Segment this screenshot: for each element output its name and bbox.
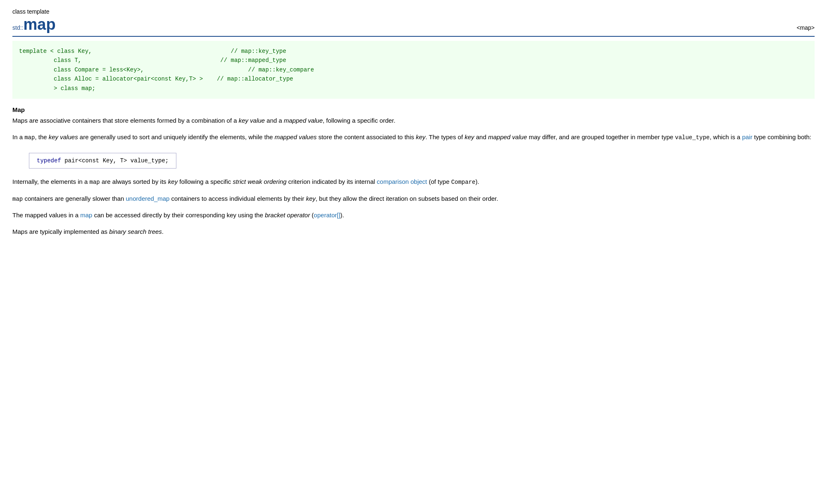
code-comment3: // map::key_compare: [248, 67, 314, 73]
code-line4: class Alloc = allocator<pair<const Key,T…: [19, 76, 203, 82]
code-comment1: // map::key_type: [231, 48, 286, 55]
code-line2: class T,: [19, 57, 81, 64]
title-section: std::map <map>: [12, 16, 815, 37]
typedef-text: pair<const Key, T> value_type;: [61, 157, 169, 164]
map-title: map: [23, 16, 55, 33]
pair-link[interactable]: pair: [742, 133, 752, 140]
code-line1: template < class Key,: [19, 48, 92, 55]
page-title: std::map: [12, 16, 56, 33]
paragraph-1: Maps are associative containers that sto…: [12, 116, 815, 126]
typedef-code-box: typedef pair<const Key, T> value_type;: [29, 153, 176, 169]
comparison-object-link[interactable]: comparison object: [377, 178, 427, 185]
paragraph-2: In a map, the key values are generally u…: [12, 132, 815, 142]
section-heading: Map: [12, 106, 815, 113]
paragraph-5: The mapped values in a map can be access…: [12, 210, 815, 220]
paragraph-6: Maps are typically implemented as binary…: [12, 227, 815, 237]
paragraph-3: Internally, the elements in a map are al…: [12, 177, 815, 187]
code-comment2: // map::mapped_type: [220, 57, 286, 64]
std-prefix: std::: [12, 24, 23, 31]
unordered-map-link[interactable]: unordered_map: [126, 195, 170, 202]
code-line3: class Compare = less<Key>,: [19, 67, 144, 73]
code-comment4: // map::allocator_type: [217, 76, 293, 82]
code-line5: > class map;: [19, 85, 95, 92]
paragraph-4: map containers are generally slower than…: [12, 194, 815, 204]
class-label: class template: [12, 8, 815, 15]
operator-link[interactable]: operator[]: [314, 212, 340, 219]
header-tag: <map>: [796, 24, 815, 31]
template-code-block: template < class Key, // map::key_type c…: [12, 41, 815, 99]
typedef-keyword: typedef: [37, 157, 61, 164]
map-link[interactable]: map: [80, 212, 92, 219]
